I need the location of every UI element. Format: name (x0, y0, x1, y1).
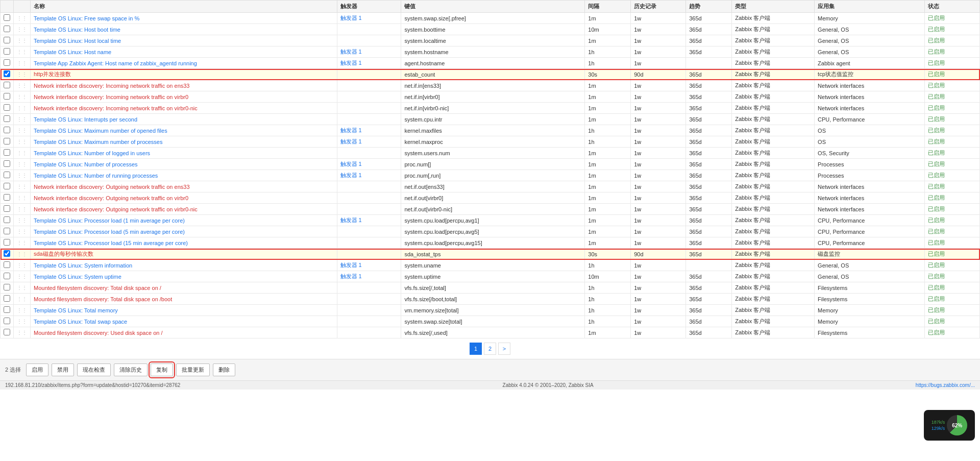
item-name-link[interactable]: Template OS Linux: Number of running pro… (34, 173, 158, 179)
item-name-link[interactable]: Template OS Linux: Maximum number of ope… (34, 128, 167, 134)
item-name-link[interactable]: Template OS Linux: Host local time (34, 38, 121, 44)
item-name-link[interactable]: sda磁盘的每秒传输次数 (34, 251, 93, 257)
row-checkbox[interactable] (4, 329, 10, 335)
row-checkbox[interactable] (4, 82, 10, 88)
item-name-link[interactable]: Template OS Linux: Total memory (34, 307, 118, 313)
status-right-link[interactable]: https://bugs.zabbix.com/... (916, 382, 975, 388)
trigger-count-link[interactable]: 触发器 1 (340, 15, 362, 21)
item-name-link[interactable]: Template OS Linux: Processor load (15 mi… (34, 240, 188, 246)
enable-button[interactable]: 启用 (26, 363, 48, 376)
item-name-link[interactable]: http并发连接数 (34, 71, 71, 77)
drag-handle[interactable]: ⋮⋮ (14, 148, 31, 159)
item-name-link[interactable]: Mounted filesystem discovery: Used disk … (34, 330, 163, 336)
drag-handle[interactable]: ⋮⋮ (14, 181, 31, 192)
item-name-link[interactable]: Network interface discovery: Outgoing ne… (34, 206, 198, 212)
trigger-count-link[interactable]: 触发器 1 (340, 127, 362, 133)
trigger-count-link[interactable]: 触发器 1 (340, 172, 362, 178)
item-name-link[interactable]: Network interface discovery: Incoming ne… (34, 94, 188, 100)
row-checkbox[interactable] (4, 138, 10, 144)
item-name-link[interactable]: Template OS Linux: Total swap space (34, 319, 127, 325)
drag-handle[interactable]: ⋮⋮ (14, 170, 31, 181)
item-name-link[interactable]: Template OS Linux: Free swap space in % (34, 15, 139, 21)
row-checkbox[interactable] (4, 149, 10, 156)
page-1-button[interactable]: 1 (470, 343, 482, 355)
row-checkbox[interactable] (4, 14, 10, 21)
item-name-link[interactable]: Template OS Linux: Host boot time (34, 27, 120, 33)
row-checkbox[interactable] (4, 318, 10, 324)
item-name-link[interactable]: Template OS Linux: System uptime (34, 274, 121, 280)
drag-handle[interactable]: ⋮⋮ (14, 249, 31, 260)
row-checkbox[interactable] (4, 26, 10, 32)
row-checkbox[interactable] (4, 273, 10, 279)
trigger-count-link[interactable]: 触发器 1 (340, 60, 362, 66)
item-name-link[interactable]: Template OS Linux: Number of processes (34, 161, 138, 167)
item-name-link[interactable]: Network interface discovery: Outgoing ne… (34, 195, 188, 201)
row-checkbox[interactable] (4, 250, 10, 257)
row-checkbox[interactable] (4, 37, 10, 43)
drag-handle[interactable]: ⋮⋮ (14, 260, 31, 271)
page-next-button[interactable]: > (498, 343, 510, 355)
drag-handle[interactable]: ⋮⋮ (14, 215, 31, 226)
row-checkbox[interactable] (4, 306, 10, 313)
col-name[interactable]: 名称 (31, 1, 337, 13)
row-checkbox[interactable] (4, 104, 10, 111)
item-name-link[interactable]: Network interface discovery: Incoming ne… (34, 83, 190, 89)
trigger-count-link[interactable]: 触发器 1 (340, 48, 362, 55)
drag-handle[interactable]: ⋮⋮ (14, 125, 31, 136)
drag-handle[interactable]: ⋮⋮ (14, 192, 31, 204)
item-name-link[interactable]: Template App Zabbix Agent: Host name of … (34, 60, 197, 66)
clear-history-button[interactable]: 清除历史 (114, 363, 148, 376)
row-checkbox[interactable] (4, 205, 10, 212)
drag-handle[interactable]: ⋮⋮ (14, 58, 31, 69)
item-name-link[interactable]: Template OS Linux: Processor load (1 min… (34, 217, 185, 224)
item-name-link[interactable]: Template OS Linux: Host name (34, 49, 111, 55)
row-checkbox[interactable] (4, 48, 10, 55)
item-name-link[interactable]: Mounted filesystem discovery: Total disk… (34, 285, 161, 291)
drag-handle[interactable]: ⋮⋮ (14, 316, 31, 327)
drag-handle[interactable]: ⋮⋮ (14, 204, 31, 215)
drag-handle[interactable]: ⋮⋮ (14, 159, 31, 170)
page-2-button[interactable]: 2 (484, 343, 496, 355)
row-checkbox[interactable] (4, 127, 10, 133)
row-checkbox[interactable] (4, 70, 10, 77)
drag-handle[interactable]: ⋮⋮ (14, 91, 31, 103)
batch-update-button[interactable]: 批量更新 (176, 363, 210, 376)
row-checkbox[interactable] (4, 194, 10, 201)
row-checkbox[interactable] (4, 183, 10, 189)
row-checkbox[interactable] (4, 160, 10, 167)
delete-button[interactable]: 删除 (213, 363, 235, 376)
row-checkbox[interactable] (4, 228, 10, 234)
row-checkbox[interactable] (4, 59, 10, 66)
row-checkbox[interactable] (4, 115, 10, 122)
item-name-link[interactable]: Network interface discovery: Outgoing ne… (34, 184, 190, 190)
drag-handle[interactable]: ⋮⋮ (14, 294, 31, 305)
drag-handle[interactable]: ⋮⋮ (14, 136, 31, 148)
item-name-link[interactable]: Template OS Linux: System information (34, 262, 132, 269)
trigger-count-link[interactable]: 触发器 1 (340, 262, 362, 268)
item-name-link[interactable]: Template OS Linux: Interrupts per second (34, 116, 137, 123)
row-checkbox[interactable] (4, 216, 10, 223)
item-name-link[interactable]: Network interface discovery: Incoming ne… (34, 105, 198, 111)
drag-handle[interactable]: ⋮⋮ (14, 24, 31, 35)
row-checkbox[interactable] (4, 284, 10, 290)
drag-handle[interactable]: ⋮⋮ (14, 103, 31, 114)
drag-handle[interactable]: ⋮⋮ (14, 237, 31, 249)
item-name-link[interactable]: Template OS Linux: Maximum number of pro… (34, 139, 163, 145)
trigger-count-link[interactable]: 触发器 1 (340, 217, 362, 223)
copy-button[interactable]: 复制 (151, 363, 173, 376)
drag-handle[interactable]: ⋮⋮ (14, 69, 31, 80)
row-checkbox[interactable] (4, 172, 10, 178)
trigger-count-link[interactable]: 触发器 1 (340, 138, 362, 144)
row-checkbox[interactable] (4, 239, 10, 246)
drag-handle[interactable]: ⋮⋮ (14, 35, 31, 46)
drag-handle[interactable]: ⋮⋮ (14, 13, 31, 24)
row-checkbox[interactable] (4, 261, 10, 268)
drag-handle[interactable]: ⋮⋮ (14, 80, 31, 91)
item-name-link[interactable]: Mounted filesystem discovery: Total disk… (34, 296, 172, 302)
drag-handle[interactable]: ⋮⋮ (14, 114, 31, 125)
drag-handle[interactable]: ⋮⋮ (14, 282, 31, 294)
drag-handle[interactable]: ⋮⋮ (14, 46, 31, 58)
disable-button[interactable]: 禁用 (52, 363, 74, 376)
row-checkbox[interactable] (4, 295, 10, 302)
trigger-count-link[interactable]: 触发器 1 (340, 161, 362, 167)
